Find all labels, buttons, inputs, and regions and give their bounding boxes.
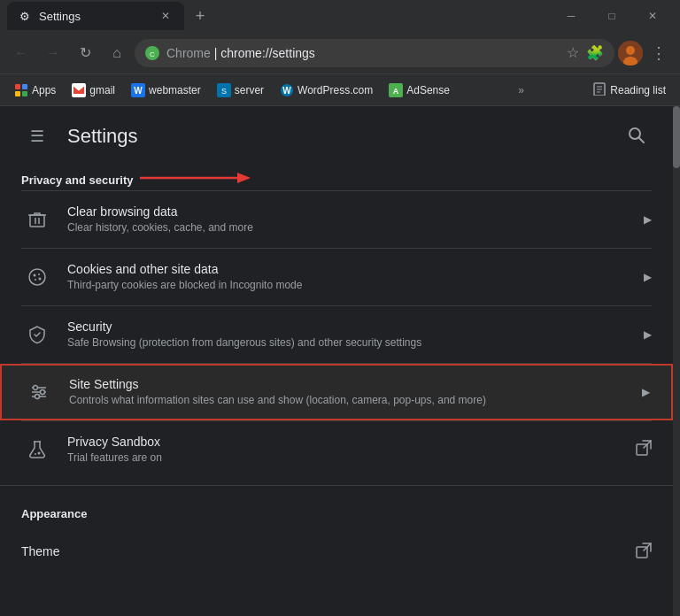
addressbar-right: ⋮ — [618, 39, 673, 67]
new-tab-button[interactable]: + — [188, 4, 212, 28]
bookmarks-more-icon: » — [518, 84, 524, 96]
security-item[interactable]: Security Safe Browsing (protection from … — [0, 306, 673, 363]
clear-browsing-item[interactable]: Clear browsing data Clear history, cooki… — [0, 191, 673, 248]
bookmark-adsense-label: AdSense — [406, 84, 450, 96]
settings-search-button[interactable] — [620, 120, 652, 152]
svg-point-22 — [630, 128, 640, 139]
privacy-sandbox-text: Privacy Sandbox Trial features are on — [67, 435, 622, 466]
bookmark-wordpress[interactable]: W WordPress.com — [273, 80, 380, 101]
svg-text:W: W — [282, 86, 291, 96]
bookmark-server-label: server — [235, 84, 264, 96]
clear-browsing-text: Clear browsing data Clear history, cooki… — [67, 204, 630, 235]
bookmark-webmaster[interactable]: W webmaster — [124, 80, 208, 101]
chrome-menu-button[interactable]: ⋮ — [645, 39, 673, 67]
profile-button[interactable] — [618, 41, 643, 65]
reading-list-label: Reading list — [610, 84, 666, 96]
settings-page-title: Settings — [67, 125, 138, 148]
back-button[interactable]: ← — [7, 39, 35, 67]
webmaster-icon: W — [131, 83, 145, 97]
svg-point-42 — [35, 453, 36, 455]
theme-title: Theme — [21, 544, 622, 558]
close-button[interactable]: ✕ — [632, 0, 673, 32]
active-tab[interactable]: ⚙ Settings ✕ — [7, 2, 184, 30]
bookmark-apps[interactable]: Apps — [7, 80, 63, 101]
site-favicon: C — [145, 46, 159, 60]
minimize-button[interactable]: ─ — [551, 0, 591, 32]
security-arrow-icon: ▶ — [644, 328, 652, 341]
cookies-subtitle: Third-party cookies are blocked in Incog… — [67, 278, 630, 293]
bookmark-gmail-label: gmail — [89, 84, 115, 96]
clear-browsing-arrow-icon: ▶ — [644, 213, 652, 226]
window-controls: ─ □ ✕ — [551, 0, 673, 32]
svg-point-36 — [34, 386, 38, 390]
bookmark-server[interactable]: S server — [210, 80, 271, 101]
bookmark-wordpress-label: WordPress.com — [298, 84, 373, 96]
scrollbar[interactable] — [673, 106, 680, 616]
svg-rect-8 — [22, 91, 27, 96]
bookmark-adsense[interactable]: A AdSense — [382, 80, 457, 101]
bookmarks-bar: Apps gmail W webmaster S ser — [0, 74, 680, 106]
settings-header: ☰ Settings — [0, 106, 673, 166]
security-text: Security Safe Browsing (protection from … — [67, 320, 630, 350]
bookmark-webmaster-label: webmaster — [149, 84, 201, 96]
addressbar: ← → ↻ ⌂ C Chrome | chrome://settings ☆ 🧩 — [0, 32, 680, 74]
cookies-text: Cookies and other site data Third-party … — [67, 262, 630, 293]
shield-icon — [21, 319, 53, 350]
svg-point-40 — [35, 395, 40, 399]
section-divider — [0, 485, 673, 486]
privacy-section-heading: Privacy and security — [0, 166, 673, 190]
clear-browsing-title: Clear browsing data — [67, 204, 630, 219]
url-brand: Chrome — [166, 46, 211, 60]
url-bar[interactable]: C Chrome | chrome://settings ☆ 🧩 — [135, 39, 614, 67]
privacy-sandbox-title: Privacy Sandbox — [67, 435, 622, 449]
svg-point-38 — [41, 390, 45, 395]
theme-text: Theme — [21, 544, 622, 560]
sliders-icon — [23, 376, 55, 408]
maximize-button[interactable]: □ — [591, 0, 632, 32]
wordpress-icon: W — [280, 83, 294, 97]
search-icon — [627, 126, 645, 148]
svg-point-33 — [35, 279, 36, 281]
bookmark-star-icon[interactable]: ☆ — [567, 44, 579, 61]
svg-rect-6 — [22, 84, 27, 89]
home-button[interactable]: ⌂ — [103, 39, 131, 67]
adsense-icon: A — [389, 83, 403, 97]
svg-point-34 — [39, 278, 42, 281]
extensions-icon[interactable]: 🧩 — [586, 44, 604, 61]
forward-button[interactable]: → — [39, 39, 67, 67]
hamburger-icon: ☰ — [30, 127, 44, 146]
bookmarks-more-button[interactable]: » — [511, 81, 531, 100]
theme-external-icon — [636, 543, 652, 562]
svg-rect-7 — [15, 91, 20, 96]
url-text: Chrome | chrome://settings — [166, 46, 560, 60]
svg-text:W: W — [134, 86, 143, 96]
home-icon: ⌂ — [112, 45, 121, 61]
site-settings-arrow-icon: ▶ — [642, 386, 650, 398]
refresh-icon: ↻ — [80, 44, 91, 61]
cookies-title: Cookies and other site data — [67, 262, 630, 276]
cookies-arrow-icon: ▶ — [644, 271, 652, 283]
trash-icon — [21, 204, 53, 235]
privacy-heading-text: Privacy and security — [21, 173, 133, 187]
site-settings-item[interactable]: Site Settings Controls what information … — [0, 364, 673, 420]
privacy-sandbox-subtitle: Trial features are on — [67, 450, 622, 466]
forward-icon: → — [46, 45, 60, 61]
back-icon: ← — [14, 45, 28, 61]
bookmark-gmail[interactable]: gmail — [65, 80, 122, 101]
cookie-icon — [21, 261, 53, 293]
theme-item[interactable]: Theme — [0, 524, 673, 581]
svg-text:A: A — [393, 87, 399, 96]
flask-icon — [21, 434, 53, 466]
svg-rect-26 — [30, 215, 44, 227]
privacy-sandbox-item[interactable]: Privacy Sandbox Trial features are on — [0, 421, 673, 478]
site-settings-text: Site Settings Controls what information … — [69, 377, 628, 408]
svg-text:S: S — [221, 87, 227, 96]
refresh-button[interactable]: ↻ — [71, 39, 99, 67]
reading-list-button[interactable]: Reading list — [585, 78, 673, 102]
scrollbar-thumb — [673, 106, 680, 168]
svg-line-23 — [639, 138, 644, 142]
hamburger-menu-button[interactable]: ☰ — [21, 120, 53, 152]
close-tab-button[interactable]: ✕ — [158, 8, 174, 24]
arrow-annotation — [140, 168, 255, 188]
cookies-item[interactable]: Cookies and other site data Third-party … — [0, 249, 673, 305]
